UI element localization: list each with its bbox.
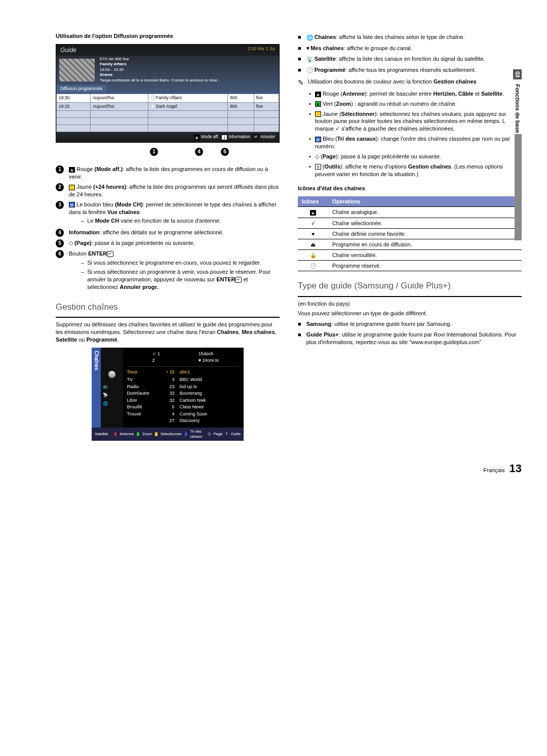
- meta-title: Family Affairs: [100, 62, 220, 67]
- table-row: 18:30 Aujourd'hui 🕒Family Affairs 800 fi…: [57, 94, 279, 102]
- list-item: Samsung: utilise le programme guide four…: [298, 320, 522, 328]
- meta-time: 18:00 - 18:30: [100, 67, 220, 72]
- right-column: 🌐Chaînes: affiche la liste des chaînes s…: [298, 30, 522, 445]
- channels-main: ✓ 1 2 1futech ♥ 24ore.tv Tous TV Radio: [123, 348, 244, 428]
- list-item: ♥Mes chaînes: affiche le groupe du canal…: [298, 45, 522, 53]
- channels-footer: Satellite Antenne Zoom Sélectionner Tri …: [92, 428, 244, 441]
- table-row: 🔒Chaîne verrouillée.: [298, 250, 522, 261]
- red-button-icon: A: [315, 92, 321, 97]
- check-icon: ✓: [298, 218, 328, 228]
- program-meta: DTV Air 800 five Family Affairs 18:00 - …: [98, 56, 222, 84]
- table-row: ♥Chaîne définie comme favorite.: [298, 228, 522, 239]
- divider: [298, 296, 522, 297]
- table-row: 19:15 Aujourd'hui 🕒Dark Angel 800 five: [57, 102, 279, 110]
- schedule-ribbon: Diffusion programmée: [56, 85, 106, 93]
- callout-6: 6: [221, 148, 229, 156]
- channels-tab: Chaînes: [92, 348, 101, 428]
- icons-heading: Icônes d'état des chaînes: [298, 185, 522, 192]
- list-item: B Vert (Zoom) : agrandit ou réduit un nu…: [309, 100, 522, 108]
- list-item: 🌐Chaînes: affiche la liste des chaînes s…: [298, 33, 522, 41]
- callout-1: 1: [150, 148, 158, 156]
- yellow-button-icon: [315, 111, 321, 117]
- callout-4: 4: [195, 148, 203, 156]
- info-icon: i: [221, 135, 227, 140]
- table-row: ⏏Programme en cours de diffusion.: [298, 239, 522, 249]
- list-item: 2 Jaune (+24 heures): affiche la liste d…: [56, 183, 280, 198]
- square-list: Samsung: utilise le programme guide four…: [298, 320, 522, 346]
- footer-language: Français: [483, 467, 504, 473]
- sub-item: Si vous sélectionnez le programme en cou…: [81, 259, 280, 267]
- blue-button-icon: D: [315, 137, 321, 142]
- guide-callouts: 1 4 6: [56, 148, 280, 163]
- broadcast-icon: ⏏: [298, 239, 328, 249]
- icons-table: IcônesOpérations AChaîne analogique. ✓Ch…: [298, 196, 522, 271]
- table-row: [57, 111, 279, 118]
- lock-icon: 🔒: [298, 250, 328, 261]
- guide-titlebar: Guide 2:10 Mar 1 Jui: [56, 45, 279, 56]
- analog-icon: A: [310, 210, 316, 216]
- sub-item: Si vous sélectionnez un programme à veni…: [81, 268, 280, 291]
- enter-icon: ↵: [107, 251, 113, 257]
- list-item: D Bleu (Tri des canaux): change l'ordre …: [309, 135, 522, 150]
- meta-desc: Tanya confesses all to a stunned Babs. C…: [100, 78, 220, 83]
- section-tab: 03 Fonctions de base: [505, 68, 522, 134]
- section-heading: Gestion chaînes: [56, 302, 280, 313]
- paragraph: Supprimez ou définissez des chaînes favo…: [56, 321, 280, 344]
- clock-icon: 🕒: [298, 261, 328, 271]
- program-thumbnail: [59, 59, 95, 81]
- left-column: Utilisation de l'option Diffusion progra…: [56, 30, 280, 445]
- table-row: AChaîne analogique.: [298, 207, 522, 218]
- list-item: 🕒Programmé: affiche tous les programmes …: [298, 66, 522, 74]
- yellow-button-icon: [69, 185, 75, 190]
- table-row: [57, 118, 279, 125]
- guide-screen: Guide 2:10 Mar 1 Jui DTV Air 800 five Fa…: [56, 44, 280, 143]
- left-subheading: Utilisation de l'option Diffusion progra…: [56, 32, 280, 40]
- page-footer: Français 13: [56, 461, 522, 476]
- list-item: 6Bouton ENTER↵ Si vous sélectionnez le p…: [56, 250, 280, 292]
- meta-channel: DTV Air 800 five: [100, 57, 220, 62]
- green-button-icon: B: [315, 101, 321, 107]
- list-item: 📡Satellite: affiche la liste des canaux …: [298, 55, 522, 63]
- sub-item: Le Mode CH varie en fonction de la sourc…: [81, 217, 280, 225]
- divider: [56, 317, 280, 318]
- table-row: [57, 125, 279, 132]
- list-item: ◇ (Page): passe à la page précédente ou …: [309, 153, 522, 160]
- red-button-icon: A: [69, 167, 75, 173]
- table-row: ✓Chaîne sélectionnée.: [298, 218, 522, 228]
- guide-footer: A Mode aff. i Information ↵ Annuler: [56, 132, 279, 142]
- list-item: Jaune (Sélectionner): sélectionnez les c…: [309, 110, 522, 133]
- content-columns: Utilisation de l'option Diffusion progra…: [56, 30, 522, 445]
- list-item: Guide Plus+: utilise le programme guide …: [298, 331, 522, 346]
- enter-icon: ↵: [253, 134, 259, 140]
- enter-icon: ↵: [235, 277, 242, 283]
- list-item: A Rouge (Antenne): permet de basculer en…: [309, 90, 522, 98]
- bullet-list: A Rouge (Antenne): permet de basculer en…: [309, 90, 522, 178]
- section-title: Fonctions de base: [515, 84, 521, 133]
- note-block: Utilisation des boutons de couleur avec …: [298, 78, 522, 88]
- guide-title: Guide: [60, 46, 76, 54]
- blue-button-icon: D: [69, 202, 75, 207]
- guide-clock: 2:10 Mar 1 Jui: [248, 46, 275, 54]
- list-item: 5◇ (Page): passe à la page précédente ou…: [56, 239, 280, 247]
- section-number: 03: [513, 69, 522, 79]
- channels-sidebar: 📺 📡 🌐: [101, 348, 123, 428]
- list-item: 3D Le bouton bleu (Mode CH): permet de s…: [56, 201, 280, 227]
- page-number: 13: [510, 462, 522, 475]
- list-item: 4Information: affiche des détails sur le…: [56, 229, 280, 237]
- square-list: 🌐Chaînes: affiche la liste des chaînes s…: [298, 33, 522, 74]
- meta-genre: Drama: [100, 72, 220, 77]
- channels-screen: Chaînes 📺 📡 🌐 ✓ 1 2: [92, 348, 244, 441]
- list-item: T (Outils): affiche le menu d'options Ge…: [309, 163, 522, 178]
- section-heading: Type de guide (Samsung / Guide Plus+): [298, 280, 522, 292]
- guide-program-row: DTV Air 800 five Family Affairs 18:00 - …: [56, 56, 279, 84]
- red-button-icon: A: [194, 135, 200, 140]
- schedule-table: 18:30 Aujourd'hui 🕒Family Affairs 800 fi…: [56, 94, 279, 132]
- list-item: 1A Rouge (Mode aff.): affiche la liste d…: [56, 165, 280, 181]
- paragraph: Vous pouvez sélectionner un type de guid…: [298, 310, 522, 317]
- sub-note: (en fonction du pays): [298, 300, 522, 308]
- table-row: 🕒Programme réservé.: [298, 261, 522, 271]
- numbered-list: 1A Rouge (Mode aff.): affiche la liste d…: [56, 165, 280, 292]
- tools-icon: T: [315, 164, 321, 170]
- globe-icon: [108, 371, 115, 378]
- heart-icon: ♥: [298, 228, 328, 239]
